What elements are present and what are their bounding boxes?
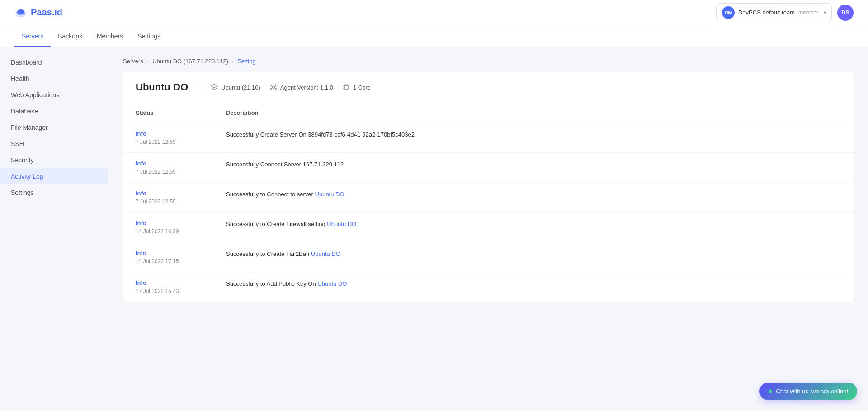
description-text: Successfully to Create Firewall setting … [226,221,356,227]
tab-backups[interactable]: Backups [51,26,90,47]
server-header: Ubuntu DO Ubuntu (21.10) [123,72,854,103]
header-status: Status [136,109,226,116]
table-row: Info 14 Jul 2022 16:29 Successfully to C… [123,213,854,242]
server-agent-label: Agent Version: 1.1.0 [280,84,333,91]
cpu-icon [342,83,350,91]
team-avatar: DM [722,6,735,19]
svg-point-6 [270,89,271,90]
table-row: Info 7 Jul 2022 12:59 Successfully Conne… [123,153,854,183]
nav-tabs: Servers Backups Members Settings [14,25,168,47]
server-meta: Ubuntu (21.10) Agent Version: 1.1 [210,83,371,91]
table-row: Info 7 Jul 2022 12:59 Successfully Creat… [123,123,854,153]
sidebar-item-dashboard[interactable]: Dashboard [0,54,108,71]
svg-line-9 [274,86,275,87]
table-header: Status Description [123,103,854,123]
logo[interactable]: Paas.id [14,7,62,18]
team-name: DevPCS default team [738,9,795,16]
sidebar-item-activity-log[interactable]: Activity Log [0,168,108,184]
nodes-icon [269,83,278,91]
main-content: Servers › Ubuntu DO (167.71.220.112) › S… [108,47,868,411]
highlight-text: Ubuntu DO [327,221,356,227]
sidebar-item-file-manager[interactable]: File Manager [0,119,108,136]
status-date: 14 Jul 2022 16:29 [136,228,179,235]
status-label: Info [136,160,226,167]
tab-settings[interactable]: Settings [130,26,168,47]
breadcrumb-sep-1: › [147,58,149,65]
description-col: Successfully to Create Fail2Ban Ubuntu D… [226,250,841,257]
logo-icon [14,8,27,17]
table-row: Info 17 Jul 2022 15:43 Successfully to A… [123,272,854,302]
svg-line-8 [271,86,272,87]
status-col: Info 14 Jul 2022 16:29 [136,220,226,235]
status-date: 7 Jul 2022 12:59 [136,198,176,205]
sidebar-item-security[interactable]: Security [0,152,108,168]
server-os: Ubuntu (21.10) [210,83,260,91]
description-text: Successfully Create Server On 3894fd73-c… [226,131,415,138]
status-label: Info [136,130,226,137]
breadcrumb: Servers › Ubuntu DO (167.71.220.112) › S… [123,58,854,65]
top-navbar: Paas.id DM DevPCS default team member ▾ … [0,0,868,25]
highlight-text: Ubuntu DO [317,280,347,287]
status-label: Info [136,190,226,197]
highlight-text: Ubuntu DO [311,250,340,257]
svg-point-5 [275,85,277,86]
sidebar: Dashboard Health Web Applications Databa… [0,47,108,411]
description-text: Successfully to Add Public Key On Ubuntu… [226,280,347,287]
topnav-right: DM DevPCS default team member ▾ DS [716,3,854,22]
sidebar-item-health[interactable]: Health [0,71,108,87]
breadcrumb-current: Setting [237,58,255,65]
breadcrumb-server-detail[interactable]: Ubuntu DO (167.71.220.112) [152,58,228,65]
status-col: Info 7 Jul 2022 12:59 [136,160,226,175]
svg-point-2 [17,9,24,14]
status-date: 7 Jul 2022 12:59 [136,169,176,175]
breadcrumb-sep-2: › [232,58,234,65]
status-date: 7 Jul 2022 12:59 [136,139,176,145]
chevron-down-icon: ▾ [824,10,826,15]
sidebar-item-settings[interactable]: Settings [0,184,108,201]
status-label: Info [136,220,226,227]
status-col: Info 17 Jul 2022 15:43 [136,279,226,294]
activity-table: Status Description Info 7 Jul 2022 12:59… [123,103,854,302]
status-label: Info [136,250,226,256]
table-row: Info 7 Jul 2022 12:59 Successfully to Co… [123,183,854,213]
server-core: 1 Core [342,83,371,91]
svg-line-10 [271,88,272,89]
description-col: Successfully to Connect to server Ubuntu… [226,190,841,198]
chat-label: Chat with us, we are online! [776,388,848,395]
tab-members[interactable]: Members [90,26,130,47]
chat-widget[interactable]: Chat with us, we are online! [760,383,857,400]
sidebar-item-web-applications[interactable]: Web Applications [0,87,108,103]
team-selector[interactable]: DM DevPCS default team member ▾ [716,3,832,22]
breadcrumb-servers[interactable]: Servers [123,58,143,65]
team-role: member [798,9,818,16]
chat-online-indicator [769,390,772,393]
description-text: Successfully Connect Server 167.71.220.1… [226,161,344,168]
server-agent: Agent Version: 1.1.0 [269,83,333,91]
server-divider [199,81,199,94]
sidebar-item-database[interactable]: Database [0,103,108,119]
svg-point-7 [275,89,277,90]
highlight-text: Ubuntu DO [315,191,344,198]
table-row: Info 14 Jul 2022 17:15 Successfully to C… [123,242,854,272]
svg-line-11 [274,88,275,89]
status-col: Info 7 Jul 2022 12:59 [136,190,226,205]
description-text: Successfully to Connect to server Ubuntu… [226,191,344,198]
logo-text: Paas.id [31,7,62,18]
layers-icon [210,83,218,91]
server-os-label: Ubuntu (21.10) [221,84,260,91]
status-date: 14 Jul 2022 17:15 [136,258,179,265]
status-col: Info 7 Jul 2022 12:59 [136,130,226,145]
header-description: Description [226,109,841,116]
status-label: Info [136,279,226,286]
description-col: Successfully Connect Server 167.71.220.1… [226,160,841,168]
tab-servers[interactable]: Servers [14,26,51,47]
server-name: Ubuntu DO [136,81,188,93]
main-layout: Dashboard Health Web Applications Databa… [0,47,868,411]
description-col: Successfully to Create Firewall setting … [226,220,841,227]
description-text: Successfully to Create Fail2Ban Ubuntu D… [226,250,340,257]
svg-rect-12 [344,85,348,89]
description-col: Successfully Create Server On 3894fd73-c… [226,130,841,138]
server-core-label: 1 Core [353,84,371,91]
user-avatar[interactable]: DS [837,5,854,21]
sidebar-item-ssh[interactable]: SSH [0,136,108,152]
